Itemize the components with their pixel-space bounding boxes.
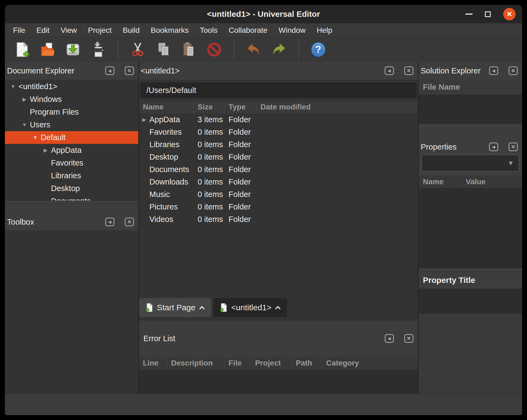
error-table-header: Line Description File Project Path Categ… bbox=[139, 356, 418, 370]
chevron-up-icon[interactable] bbox=[199, 305, 205, 310]
menu-item-view[interactable]: View bbox=[60, 26, 77, 35]
file-row-downloads[interactable]: Downloads 0 items Folder bbox=[139, 176, 418, 188]
file-row-appdata[interactable]: ▶AppData 3 items Folder bbox=[139, 113, 418, 126]
menu-item-project[interactable]: Project bbox=[88, 26, 112, 35]
menu-item-build[interactable]: Build bbox=[123, 26, 140, 35]
file-row-favorites[interactable]: Favorites 0 items Folder bbox=[139, 126, 418, 138]
undo-button[interactable] bbox=[245, 41, 262, 58]
titlebar[interactable]: <untitled1> - Universal Editor ✕ bbox=[5, 5, 522, 23]
minimize-button[interactable] bbox=[465, 14, 473, 15]
column-header-value[interactable]: Value bbox=[461, 177, 486, 186]
copy-button[interactable] bbox=[155, 41, 172, 58]
expander-open-icon[interactable]: ▼ bbox=[8, 84, 18, 90]
solution-explorer-collapse-button[interactable]: ◀ bbox=[489, 66, 498, 75]
help-button[interactable]: ? bbox=[310, 41, 327, 58]
file-row-pictures[interactable]: Pictures 0 items Folder bbox=[139, 201, 418, 213]
expander-open-icon[interactable]: ▼ bbox=[19, 122, 30, 128]
maximize-button[interactable] bbox=[485, 11, 491, 17]
menu-item-bookmarks[interactable]: Bookmarks bbox=[151, 26, 189, 35]
file-row-videos[interactable]: Videos 0 items Folder bbox=[139, 213, 418, 225]
tree-item-desktop[interactable]: Desktop bbox=[5, 182, 138, 195]
tree-item-default[interactable]: ▼ Default bbox=[5, 131, 138, 144]
expander-open-icon[interactable]: ▼ bbox=[30, 135, 41, 141]
column-header-line[interactable]: Line bbox=[139, 356, 167, 370]
menu-item-file[interactable]: File bbox=[13, 26, 25, 35]
expander-collapsed-icon[interactable]: ▶ bbox=[139, 117, 149, 123]
redo-icon bbox=[271, 41, 287, 58]
horizontal-splitter[interactable] bbox=[419, 268, 522, 272]
tab-start-page[interactable]: Start Page bbox=[139, 298, 211, 317]
column-header-file[interactable]: File bbox=[225, 356, 251, 370]
column-header-path[interactable]: Path bbox=[292, 356, 322, 370]
solution-explorer-list bbox=[419, 95, 522, 124]
tree-item-untitled1[interactable]: ▼ <untitled1> bbox=[5, 80, 138, 93]
column-header-category[interactable]: Category bbox=[322, 356, 418, 370]
properties-collapse-button[interactable]: ◀ bbox=[489, 143, 498, 151]
properties-close-button[interactable]: ✕ bbox=[509, 143, 518, 151]
cut-button[interactable] bbox=[129, 41, 146, 58]
new-document-icon bbox=[219, 303, 228, 312]
menu-item-tools[interactable]: Tools bbox=[200, 26, 217, 35]
column-header-description[interactable]: Description bbox=[167, 356, 225, 370]
print-button[interactable] bbox=[90, 41, 107, 58]
error-table-body bbox=[139, 370, 418, 395]
stop-button[interactable] bbox=[206, 41, 223, 58]
tree-item-libraries[interactable]: Libraries bbox=[5, 169, 138, 182]
toolbox-collapse-button[interactable]: ◀ bbox=[105, 218, 114, 226]
window-title: <untitled1> - Universal Editor bbox=[5, 5, 522, 23]
chevron-up-icon[interactable] bbox=[275, 305, 281, 310]
left-dock: Document Explorer ◀ ✕ ▼ <untitled1> ▶ Wi… bbox=[5, 62, 138, 393]
properties-header: Properties ◀ ✕ bbox=[419, 128, 522, 154]
document-explorer-collapse-button[interactable]: ◀ bbox=[105, 66, 114, 75]
open-button[interactable] bbox=[39, 41, 56, 58]
horizontal-splitter[interactable] bbox=[419, 124, 522, 128]
dropdown-arrow-icon: ▼ bbox=[507, 159, 514, 167]
save-button[interactable] bbox=[65, 41, 81, 58]
menu-item-edit[interactable]: Edit bbox=[36, 26, 49, 35]
menu-item-collaborate[interactable]: Collaborate bbox=[229, 26, 267, 35]
toolbox-body bbox=[5, 230, 138, 393]
close-button[interactable]: ✕ bbox=[503, 8, 516, 20]
tree-item-windows[interactable]: ▶ Windows bbox=[5, 93, 138, 106]
error-list-close-button[interactable]: ✕ bbox=[404, 334, 413, 343]
document-explorer-close-button[interactable]: ✕ bbox=[125, 66, 134, 75]
tree-item-documents[interactable]: Documents bbox=[5, 195, 138, 201]
tree-item-users[interactable]: ▼ Users bbox=[5, 118, 138, 131]
properties-object-select[interactable]: ▼ bbox=[421, 154, 519, 172]
expander-collapsed-icon[interactable]: ▶ bbox=[19, 96, 30, 102]
column-header-project[interactable]: Project bbox=[251, 356, 292, 370]
file-row-music[interactable]: Music 0 items Folder bbox=[139, 188, 418, 201]
column-header-file-name[interactable]: File Name bbox=[419, 80, 522, 95]
menu-item-window[interactable]: Window bbox=[279, 26, 306, 35]
editor-title: <untitled1> bbox=[139, 66, 385, 75]
statusbar bbox=[5, 393, 522, 415]
toolbox-close-button[interactable]: ✕ bbox=[125, 218, 134, 226]
property-description-body bbox=[419, 289, 522, 314]
column-header-name[interactable]: Name bbox=[139, 101, 194, 113]
tab-untitled1[interactable]: <untitled1> bbox=[213, 298, 287, 317]
column-header-size[interactable]: Size bbox=[194, 101, 225, 113]
editor-collapse-button[interactable]: ◀ bbox=[385, 66, 394, 75]
help-icon: ? bbox=[311, 42, 326, 57]
column-header-type[interactable]: Type bbox=[225, 101, 257, 113]
file-row-desktop[interactable]: Desktop 0 items Folder bbox=[139, 151, 418, 163]
menu-item-help[interactable]: Help bbox=[317, 26, 332, 35]
editor-close-button[interactable]: ✕ bbox=[404, 66, 413, 75]
expander-collapsed-icon[interactable]: ▶ bbox=[40, 147, 51, 153]
redo-button[interactable] bbox=[271, 41, 287, 58]
properties-grid bbox=[419, 188, 522, 268]
new-document-button[interactable] bbox=[14, 41, 30, 58]
error-list-collapse-button[interactable]: ◀ bbox=[385, 334, 394, 343]
file-row-documents[interactable]: Documents 0 items Folder bbox=[139, 163, 418, 176]
horizontal-splitter[interactable] bbox=[5, 201, 138, 204]
tree-item-favorites[interactable]: Favorites bbox=[5, 157, 138, 169]
column-header-name[interactable]: Name bbox=[419, 176, 461, 188]
path-input[interactable]: /Users/Default bbox=[140, 82, 417, 99]
column-header-date-modified[interactable]: Date modified bbox=[257, 101, 418, 113]
file-row-libraries[interactable]: Libraries 0 items Folder bbox=[139, 138, 418, 151]
paste-button[interactable] bbox=[180, 41, 197, 58]
tree-item-program-files[interactable]: Program Files bbox=[5, 106, 138, 118]
tree-item-appdata[interactable]: ▶ AppData bbox=[5, 144, 138, 157]
solution-explorer-close-button[interactable]: ✕ bbox=[509, 66, 518, 75]
undo-icon bbox=[245, 41, 262, 58]
